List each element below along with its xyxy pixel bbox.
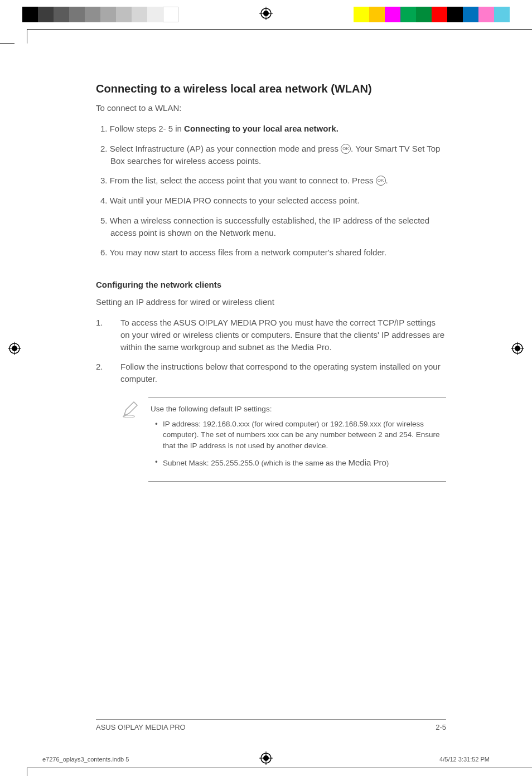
numbered-list: 1. To access the ASUS O!PLAY MEDIA PRO y… [96,317,446,385]
crop-mark [0,43,14,44]
note-block: Use the following default IP settings: I… [120,397,446,482]
step-item: 5. When a wireless connection is success… [96,215,446,239]
step-item: 6. You may now start to access files fro… [96,246,446,259]
crop-mark [27,768,532,768]
note-lead: Use the following default IP settings: [151,405,444,413]
step-item: 3. From the list, select the access poin… [96,174,446,187]
steps-list: 1. Follow steps 2- 5 in Connecting to yo… [96,123,446,259]
crop-mark [27,768,27,776]
note-bullet: IP address: 192.168.0.xxx (for wired com… [151,419,444,452]
section-intro: To connect to a WLAN: [96,103,446,113]
subsection-intro: Setting an IP address for wired or wirel… [96,297,446,307]
registration-mark-icon [8,342,21,355]
color-swatches [354,7,510,22]
note-body: Use the following default IP settings: I… [148,397,446,482]
subsection-heading: Configuring the network clients [96,280,446,289]
print-slug: e7276_oplays3_contents.indb 5 4/5/12 3:3… [42,756,490,763]
pencil-note-icon [120,397,141,482]
footer-page-number: 2-5 [436,723,446,731]
ok-button-icon: OK [341,144,351,154]
section-title: Connecting to a wireless local area netw… [96,83,446,95]
grayscale-swatches [22,7,178,22]
print-timestamp: 4/5/12 3:31:52 PM [439,756,490,763]
note-bullet: Subnet Mask: 255.255.255.0 (which is the… [151,457,444,469]
step-item: 2. Select Infrastructure (AP) as your co… [96,143,446,167]
print-filename: e7276_oplays3_contents.indb 5 [42,756,129,763]
step-item: 1. Follow steps 2- 5 in Connecting to yo… [96,123,446,135]
registration-mark-icon [259,7,273,20]
step-item: 4. Wait until your MEDIA PRO connects to… [96,195,446,207]
page-content: Connecting to a wireless local area netw… [96,83,446,482]
crop-mark [27,29,27,43]
page-footer: ASUS O!PLAY MEDIA PRO 2-5 [96,719,446,731]
registration-mark-icon [511,342,524,355]
note-bullets: IP address: 192.168.0.xxx (for wired com… [151,419,444,469]
crop-mark [27,29,532,30]
list-item: 2. Follow the instructions below that co… [96,361,446,385]
list-item: 1. To access the ASUS O!PLAY MEDIA PRO y… [96,317,446,353]
footer-product: ASUS O!PLAY MEDIA PRO [96,723,186,731]
ok-button-icon: OK [376,176,386,186]
